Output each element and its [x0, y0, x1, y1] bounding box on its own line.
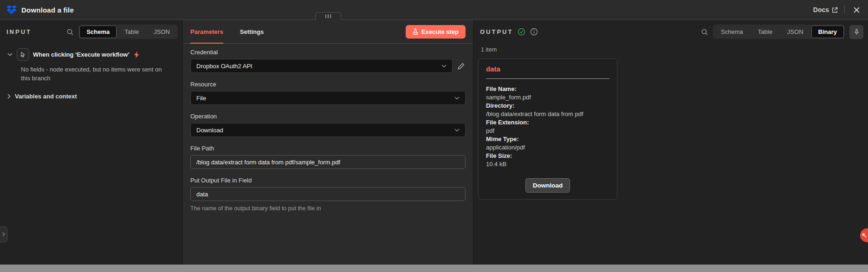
resource-value: File: [196, 95, 206, 102]
output-field-name-field: Put Output File in Field The name of the…: [190, 177, 466, 212]
edit-credential-icon[interactable]: [457, 62, 466, 71]
tab-output-binary[interactable]: Binary: [811, 26, 844, 38]
flask-icon: [413, 28, 418, 35]
manual-trigger-icon: [17, 48, 29, 61]
parameters-header: Parameters Settings Execute step: [183, 20, 473, 44]
arrow-cursor-icon: [862, 233, 867, 238]
file-path-input[interactable]: [190, 155, 466, 169]
pin-data-button[interactable]: [849, 25, 863, 39]
binary-key: data: [486, 65, 609, 73]
meta-directory-label: Directory:: [486, 102, 609, 110]
node-header: Download a file Docs: [0, 0, 868, 19]
node-details-view: Download a file Docs INPUT: [0, 0, 868, 272]
resource-select[interactable]: File: [190, 91, 466, 105]
binary-data-card: data File Name: sample_form.pdf Director…: [478, 58, 617, 200]
parameters-form: Credential Dropbox OAuth2 API: [183, 44, 473, 225]
output-panel: OUTPUT Schema Table JSON: [473, 20, 868, 265]
operation-select[interactable]: Download: [190, 123, 466, 137]
meta-file-size-value: 10.4 kB: [486, 160, 609, 168]
tab-input-json[interactable]: JSON: [147, 26, 177, 38]
tab-input-schema[interactable]: Schema: [79, 26, 117, 38]
tab-output-table[interactable]: Table: [751, 26, 779, 38]
credential-select[interactable]: Dropbox OAuth2 API: [190, 59, 453, 73]
meta-directory-value: /blog data/extract form data from pdf: [486, 110, 609, 118]
meta-mime-type-label: Mime Type:: [486, 135, 609, 143]
tab-output-json[interactable]: JSON: [780, 26, 810, 38]
resource-label: Resource: [190, 81, 466, 88]
node-title: Download a file: [21, 6, 74, 14]
file-path-field: File Path: [190, 145, 466, 169]
expand-panel-tab[interactable]: [0, 227, 7, 242]
execute-step-button[interactable]: Execute step: [406, 25, 466, 39]
output-field-name-label: Put Output File in Field: [190, 177, 466, 184]
info-icon[interactable]: [530, 28, 538, 36]
dropbox-icon: [6, 5, 17, 14]
input-display-tabs: Schema Table JSON: [78, 25, 178, 39]
tab-settings[interactable]: Settings: [240, 20, 264, 43]
meta-file-name-value: sample_form.pdf: [486, 93, 609, 102]
tab-output-schema[interactable]: Schema: [714, 26, 750, 38]
docs-link[interactable]: Docs: [813, 6, 838, 13]
success-check-icon: [518, 28, 525, 36]
chevron-down-icon[interactable]: [6, 53, 13, 56]
ndv-body: INPUT Schema Table JSON: [0, 19, 868, 265]
output-panel-label: OUTPUT: [480, 28, 513, 35]
lightning-icon: [134, 52, 139, 58]
file-path-label: File Path: [190, 145, 466, 152]
active-tab-underline: [190, 43, 223, 44]
output-display-tabs: Schema Table JSON Binary: [713, 25, 845, 39]
credential-value: Dropbox OAuth2 API: [196, 63, 253, 70]
chevron-down-icon: [454, 129, 460, 132]
meta-file-size-label: File Size:: [486, 152, 609, 160]
binary-divider: [486, 78, 609, 79]
tab-parameters[interactable]: Parameters: [190, 20, 223, 43]
meta-file-name-label: File Name:: [486, 85, 609, 93]
input-panel-label: INPUT: [6, 28, 32, 35]
resource-field: Resource File: [190, 81, 466, 105]
output-field-name-hint: The name of the output binary field to p…: [190, 205, 466, 212]
meta-file-extension-label: File Extension:: [486, 118, 609, 127]
variables-label: Variables and context: [15, 93, 77, 100]
panel-drag-handle[interactable]: [315, 12, 341, 20]
chevron-down-icon: [441, 65, 447, 68]
chevron-down-icon: [454, 97, 460, 100]
external-link-icon: [832, 7, 838, 13]
items-count: 1 item: [481, 46, 868, 53]
header-divider: [844, 6, 845, 14]
parameters-panel: Parameters Settings Execute step Credent…: [182, 20, 473, 265]
meta-file-extension-value: pdf: [486, 127, 609, 135]
search-icon[interactable]: [701, 28, 708, 36]
tab-input-table[interactable]: Table: [117, 26, 146, 38]
chevron-right-icon: [2, 232, 5, 237]
tab-parameters-label: Parameters: [190, 28, 223, 35]
trigger-node-title: When clicking ‘Execute workflow’: [33, 51, 130, 58]
meta-mime-type-value: application/pdf: [486, 143, 609, 152]
execute-step-label: Execute step: [421, 28, 459, 35]
tab-settings-label: Settings: [240, 28, 264, 35]
close-icon[interactable]: [851, 5, 862, 15]
pin-icon: [854, 29, 860, 35]
credential-field: Credential Dropbox OAuth2 API: [190, 49, 466, 73]
chevron-right-icon: [7, 94, 11, 99]
input-panel: INPUT Schema Table JSON: [0, 20, 182, 265]
download-button[interactable]: Download: [525, 178, 570, 193]
variables-and-context[interactable]: Variables and context: [0, 83, 182, 100]
trigger-node-row[interactable]: When clicking ‘Execute workflow’: [0, 44, 182, 61]
operation-value: Download: [196, 127, 223, 134]
no-fields-message: No fields - node executed, but no items …: [0, 61, 167, 83]
search-icon[interactable]: [66, 28, 74, 36]
operation-field: Operation Download: [190, 113, 466, 137]
docs-label: Docs: [813, 6, 829, 13]
credential-label: Credential: [190, 49, 466, 56]
operation-label: Operation: [190, 113, 466, 120]
output-field-name-input[interactable]: [190, 187, 466, 201]
